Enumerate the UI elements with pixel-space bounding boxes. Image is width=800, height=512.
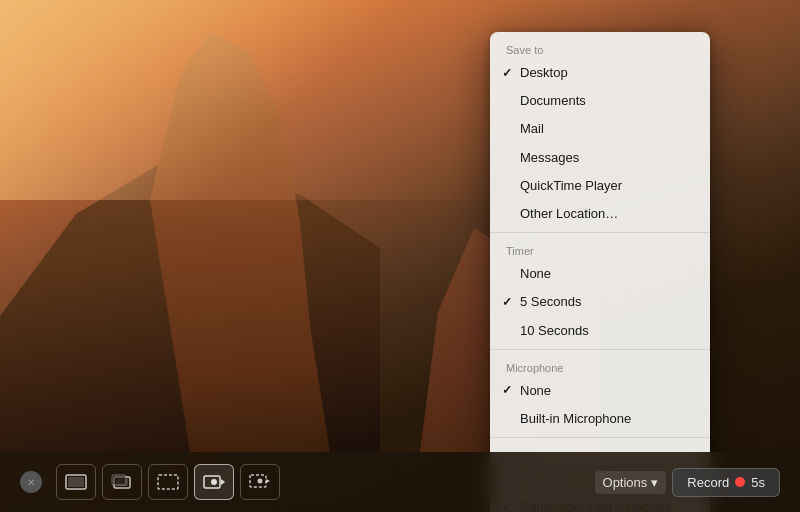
menu-item-mic-none[interactable]: None (490, 377, 710, 405)
menu-item-documents[interactable]: Documents (490, 87, 710, 115)
context-menu: Save to Desktop Documents Mail Messages … (490, 32, 710, 512)
options-button[interactable]: Options ▾ (595, 471, 667, 494)
menu-section-timer: Timer (490, 237, 710, 260)
svg-rect-4 (112, 475, 126, 485)
record-screen-icon (203, 474, 225, 490)
svg-point-10 (258, 479, 263, 484)
svg-rect-1 (68, 477, 84, 487)
menu-item-desktop[interactable]: Desktop (490, 59, 710, 87)
menu-item-timer-none[interactable]: None (490, 260, 710, 288)
svg-marker-8 (221, 479, 225, 485)
capture-selection-button[interactable] (148, 464, 188, 500)
menu-item-10-seconds[interactable]: 10 Seconds (490, 317, 710, 345)
menu-item-quicktime[interactable]: QuickTime Player (490, 172, 710, 200)
menu-item-mail[interactable]: Mail (490, 115, 710, 143)
record-screen-button[interactable] (194, 464, 234, 500)
capture-window-button[interactable] (102, 464, 142, 500)
menu-divider-1 (490, 232, 710, 233)
options-label: Options (603, 475, 648, 490)
timer-display: 5s (751, 475, 765, 490)
record-dot-icon (735, 477, 745, 487)
menu-divider-2 (490, 349, 710, 350)
window-icon (111, 474, 133, 490)
menu-section-save-to: Save to (490, 36, 710, 59)
svg-rect-5 (158, 475, 178, 489)
screenshot-toolbar: Options ▾ Record 5s (0, 452, 800, 512)
record-portion-button[interactable] (240, 464, 280, 500)
record-button[interactable]: Record 5s (672, 468, 780, 497)
menu-item-5-seconds[interactable]: 5 Seconds (490, 288, 710, 316)
record-portion-icon (249, 474, 271, 490)
svg-marker-11 (266, 479, 270, 483)
selection-icon (157, 474, 179, 490)
chevron-down-icon: ▾ (651, 475, 658, 490)
menu-item-messages[interactable]: Messages (490, 144, 710, 172)
menu-item-other-location[interactable]: Other Location… (490, 200, 710, 228)
capture-fullscreen-button[interactable] (56, 464, 96, 500)
menu-item-builtin-mic[interactable]: Built-in Microphone (490, 405, 710, 433)
fullscreen-icon (65, 474, 87, 490)
svg-point-7 (211, 479, 217, 485)
menu-section-microphone: Microphone (490, 354, 710, 377)
close-button[interactable] (20, 471, 42, 493)
menu-divider-3 (490, 437, 710, 438)
record-label: Record (687, 475, 729, 490)
